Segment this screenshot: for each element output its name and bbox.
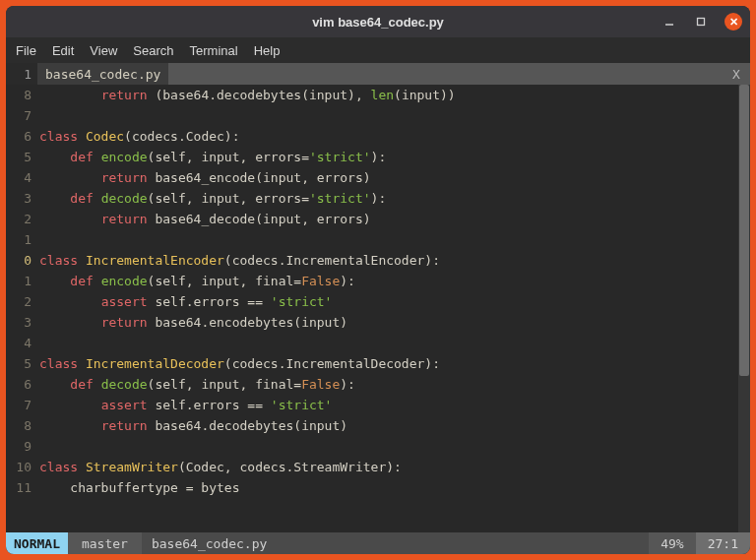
line-number: 2 <box>6 294 39 309</box>
menu-search[interactable]: Search <box>133 43 173 58</box>
code-line[interactable]: 0 class IncrementalEncoder(codecs.Increm… <box>6 250 738 271</box>
menubar: File Edit View Search Terminal Help <box>6 37 750 63</box>
code-line[interactable]: 1 <box>6 229 738 250</box>
code-text: class StreamWriter(Codec, codecs.StreamW… <box>39 460 402 474</box>
line-number: 0 <box>6 253 39 268</box>
status-file: base64_codec.py <box>142 532 649 554</box>
menu-file[interactable]: File <box>16 43 36 58</box>
line-number: 9 <box>6 439 39 454</box>
line-number: 7 <box>6 398 39 412</box>
code-line[interactable]: 5 def encode(self, input, errors='strict… <box>6 147 738 167</box>
editor-area[interactable]: 8 return (base64.decodebytes(input), len… <box>6 85 750 532</box>
code-area[interactable]: 8 return (base64.decodebytes(input), len… <box>6 85 738 532</box>
line-number: 3 <box>6 315 39 330</box>
code-text: class IncrementalEncoder(codecs.Incremen… <box>39 253 440 268</box>
maximize-button[interactable] <box>693 14 709 30</box>
buffer-number: 1 <box>6 63 37 85</box>
minimize-button[interactable] <box>662 14 677 30</box>
code-line[interactable]: 7 <box>6 105 738 126</box>
code-text: return base64.encodebytes(input) <box>39 315 347 330</box>
titlebar[interactable]: vim base64_codec.py ✕ <box>6 6 750 37</box>
code-text: def decode(self, input, final=False): <box>39 377 355 392</box>
menu-terminal[interactable]: Terminal <box>190 43 238 58</box>
buffer-close[interactable]: X <box>723 63 750 85</box>
line-number: 8 <box>6 88 39 102</box>
code-line[interactable]: 6 def decode(self, input, final=False): <box>6 374 738 395</box>
terminal-window: vim base64_codec.py ✕ File Edit View Sea… <box>6 6 750 554</box>
line-number: 7 <box>6 108 39 123</box>
code-line[interactable]: 8 return (base64.decodebytes(input), len… <box>6 85 738 105</box>
code-text: return base64_encode(input, errors) <box>39 170 371 185</box>
code-text: def encode(self, input, final=False): <box>39 274 355 288</box>
maximize-icon <box>696 17 706 27</box>
line-number: 10 <box>6 460 39 474</box>
buffer-name[interactable]: base64_codec.py <box>37 63 168 85</box>
code-line[interactable]: 4 <box>6 333 738 353</box>
code-text: def encode(self, input, errors='strict')… <box>39 150 386 164</box>
code-line[interactable]: 2 return base64_decode(input, errors) <box>6 209 738 229</box>
scrollbar-thumb[interactable] <box>739 85 749 376</box>
code-line[interactable]: 6 class Codec(codecs.Codec): <box>6 126 738 147</box>
window-title: vim base64_codec.py <box>6 15 750 30</box>
code-line[interactable]: 4 return base64_encode(input, errors) <box>6 167 738 188</box>
code-text: class IncrementalDecoder(codecs.Incremen… <box>39 356 440 371</box>
code-text: return (base64.decodebytes(input), len(i… <box>39 88 456 102</box>
code-text: charbuffertype = bytes <box>39 480 240 495</box>
statusline: NORMAL master base64_codec.py 49% 27:1 <box>6 532 750 554</box>
line-number: 5 <box>6 150 39 164</box>
buffer-tabline: 1 base64_codec.py X <box>6 63 750 85</box>
code-line[interactable]: 10 class StreamWriter(Codec, codecs.Stre… <box>6 457 738 477</box>
code-text: def decode(self, input, errors='strict')… <box>39 191 386 206</box>
menu-edit[interactable]: Edit <box>52 43 74 58</box>
line-number: 1 <box>6 274 39 288</box>
code-line[interactable]: 7 assert self.errors == 'strict' <box>6 395 738 415</box>
buffer-spacer <box>168 63 723 85</box>
line-number: 4 <box>6 336 39 350</box>
code-line[interactable]: 2 assert self.errors == 'strict' <box>6 291 738 312</box>
code-line[interactable]: 5 class IncrementalDecoder(codecs.Increm… <box>6 353 738 374</box>
line-number: 5 <box>6 356 39 371</box>
status-branch: master <box>68 532 142 554</box>
code-text: class Codec(codecs.Codec): <box>39 129 240 144</box>
code-line[interactable]: 1 def encode(self, input, final=False): <box>6 271 738 291</box>
scrollbar[interactable] <box>738 85 750 532</box>
line-number: 6 <box>6 129 39 144</box>
minimize-icon <box>664 17 674 27</box>
menu-view[interactable]: View <box>90 43 117 58</box>
code-text: return base64.decodebytes(input) <box>39 418 347 433</box>
code-line[interactable]: 11 charbuffertype = bytes <box>6 477 738 498</box>
close-icon: ✕ <box>729 17 738 28</box>
code-text: return base64_decode(input, errors) <box>39 212 371 226</box>
svg-rect-1 <box>698 19 705 26</box>
code-line[interactable]: 9 <box>6 436 738 457</box>
line-number: 3 <box>6 191 39 206</box>
code-text: assert self.errors == 'strict' <box>39 294 332 309</box>
window-controls: ✕ <box>662 13 742 31</box>
line-number: 1 <box>6 232 39 247</box>
code-line[interactable]: 3 return base64.encodebytes(input) <box>6 312 738 333</box>
status-pos: 27:1 <box>696 532 750 554</box>
code-text: assert self.errors == 'strict' <box>39 398 332 412</box>
line-number: 4 <box>6 170 39 185</box>
close-button[interactable]: ✕ <box>724 13 742 31</box>
line-number: 6 <box>6 377 39 392</box>
code-line[interactable]: 3 def decode(self, input, errors='strict… <box>6 188 738 209</box>
menu-help[interactable]: Help <box>254 43 281 58</box>
line-number: 2 <box>6 212 39 226</box>
line-number: 11 <box>6 480 39 495</box>
status-percent: 49% <box>649 532 695 554</box>
line-number: 8 <box>6 418 39 433</box>
status-mode: NORMAL <box>6 532 68 554</box>
code-line[interactable]: 8 return base64.decodebytes(input) <box>6 415 738 436</box>
